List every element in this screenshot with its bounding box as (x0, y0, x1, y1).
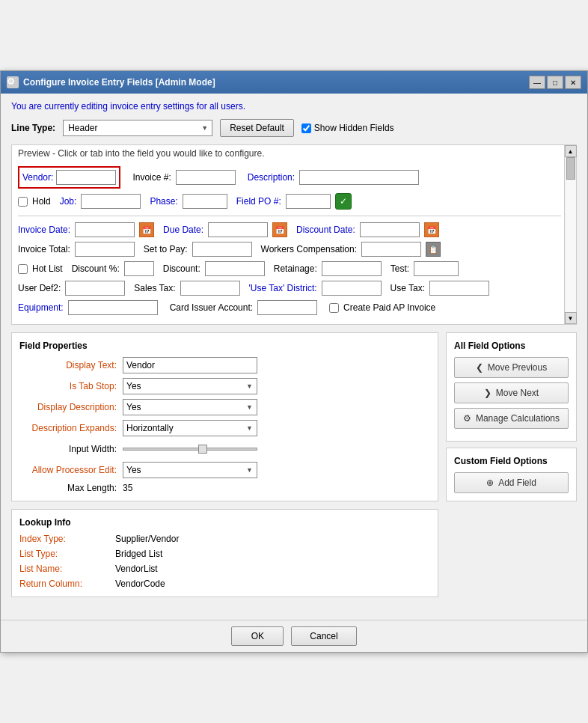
max-length-label: Max Length: (19, 483, 117, 493)
title-bar: ⚙ Configure Invoice Entry Fields [Admin … (1, 71, 587, 94)
due-date-input[interactable] (208, 222, 268, 237)
description-label: Description: (248, 172, 295, 183)
add-field-button[interactable]: ⊕ Add Field (454, 472, 569, 493)
test-input[interactable] (414, 261, 459, 276)
allow-processor-edit-select[interactable]: Yes No (123, 462, 257, 478)
input-width-label: Input Width: (19, 444, 117, 454)
lookup-grid: Index Type: Supplier/Vendor List Type: B… (19, 534, 430, 589)
description-expands-select-wrapper: Horizontally Vertically Both (123, 420, 257, 436)
line-type-select-wrapper: Header Line Item Footer (63, 120, 212, 136)
close-button[interactable]: ✕ (565, 76, 581, 89)
preview-row-1: Vendor: Invoice #: Description: (18, 166, 561, 189)
retainage-label: Retainage: (274, 263, 317, 274)
line-type-select[interactable]: Header Line Item Footer (63, 120, 212, 136)
workers-comp-label: Workers Compensation: (261, 244, 358, 254)
hot-list-checkbox[interactable] (18, 264, 28, 274)
sales-tax-input[interactable] (180, 281, 240, 296)
display-description-select[interactable]: Yes No (123, 399, 257, 415)
show-hidden-fields-checkbox[interactable] (301, 123, 311, 133)
vendor-label: Vendor: (22, 172, 53, 183)
use-tax-district-label: 'Use Tax' District: (249, 283, 317, 293)
preview-content: Vendor: Invoice #: Description: Hold Job… (12, 162, 576, 324)
reset-default-button[interactable]: Reset Default (220, 119, 294, 137)
use-tax-district-input[interactable] (322, 281, 382, 296)
scroll-down-arrow[interactable]: ▼ (565, 312, 577, 324)
move-previous-label: Move Previous (488, 362, 547, 373)
props-grid: Display Text: Is Tab Stop: Yes No Displa… (19, 357, 430, 493)
list-type-label: List Type: (19, 549, 109, 559)
move-next-label: Move Next (496, 388, 539, 398)
card-issuer-label: Card Issuer Account: (170, 302, 253, 313)
hold-checkbox[interactable] (18, 197, 28, 207)
description-input[interactable] (299, 170, 419, 185)
display-text-input[interactable] (123, 357, 257, 373)
use-tax-input[interactable] (429, 281, 489, 296)
invoice-total-label: Invoice Total: (18, 244, 70, 254)
equipment-label: Equipment: (18, 302, 64, 313)
discount-pct-input[interactable] (124, 261, 154, 276)
custom-field-options-title: Custom Field Options (454, 456, 569, 466)
discount-date-calendar-button[interactable]: 📅 (424, 222, 439, 237)
workers-comp-input[interactable] (361, 242, 421, 257)
equipment-input[interactable] (68, 300, 158, 315)
due-date-label: Due Date: (163, 225, 203, 235)
invoice-total-input[interactable] (75, 242, 135, 257)
preview-scrollbar[interactable]: ▲ ▼ (564, 145, 576, 324)
vendor-input[interactable] (56, 170, 116, 185)
custom-field-options-section: Custom Field Options ⊕ Add Field (446, 448, 577, 501)
allow-processor-edit-wrapper: Yes No (123, 462, 257, 478)
discount-label: Discount: (163, 263, 200, 274)
index-type-value: Supplier/Vendor (115, 534, 430, 544)
all-field-options-section: All Field Options ❮ Move Previous ❯ Move… (446, 332, 577, 442)
footer: OK Cancel (1, 620, 587, 652)
input-width-slider[interactable] (123, 448, 257, 451)
ok-button[interactable]: OK (231, 626, 284, 646)
cancel-button[interactable]: Cancel (291, 626, 356, 646)
retainage-input[interactable] (322, 261, 382, 276)
create-paid-ap-checkbox[interactable] (329, 303, 339, 313)
user-def2-input[interactable] (65, 281, 125, 296)
description-expands-label: Description Expands: (19, 423, 117, 433)
discount-input[interactable] (205, 261, 265, 276)
preview-section: Preview - Click or tab into the field yo… (11, 144, 577, 325)
lookup-info-section: Lookup Info Index Type: Supplier/Vendor … (11, 509, 438, 597)
set-to-pay-input[interactable] (192, 242, 252, 257)
card-issuer-input[interactable] (257, 300, 317, 315)
manage-calculations-button[interactable]: ⚙ Manage Calculations (454, 408, 569, 429)
maximize-button[interactable]: □ (547, 76, 563, 89)
manage-calculations-label: Manage Calculations (476, 413, 560, 424)
title-controls: — □ ✕ (529, 76, 581, 89)
due-date-calendar-button[interactable]: 📅 (272, 222, 287, 237)
description-expands-select[interactable]: Horizontally Vertically Both (123, 420, 257, 436)
is-tab-stop-select[interactable]: Yes No (123, 378, 257, 394)
app-icon: ⚙ (7, 76, 19, 88)
job-input[interactable] (81, 194, 141, 209)
discount-date-input[interactable] (360, 222, 420, 237)
title-bar-left: ⚙ Configure Invoice Entry Fields [Admin … (7, 76, 215, 88)
workers-comp-clip-button[interactable]: 📋 (426, 242, 441, 257)
two-panel: Field Properties Display Text: Is Tab St… (11, 332, 577, 605)
create-paid-ap-label: Create Paid AP Invoice (343, 302, 435, 313)
move-next-button[interactable]: ❯ Move Next (454, 382, 569, 403)
show-hidden-fields-label: Show Hidden Fields (314, 123, 394, 133)
invoice-date-calendar-button[interactable]: 📅 (139, 222, 154, 237)
discount-pct-label: Discount %: (72, 263, 120, 274)
invoice-hash-input[interactable] (176, 170, 236, 185)
preview-header: Preview - Click or tab into the field yo… (12, 145, 576, 162)
scroll-up-arrow[interactable]: ▲ (565, 145, 577, 157)
move-previous-button[interactable]: ❮ Move Previous (454, 357, 569, 378)
test-label: Test: (391, 263, 409, 274)
hot-list-label: Hot List (32, 263, 63, 274)
field-po-check-button[interactable]: ✓ (335, 193, 352, 210)
line-type-label: Line Type: (11, 123, 55, 133)
preview-row-5: Hot List Discount %: Discount: Retainage… (18, 261, 561, 276)
job-label: Job: (60, 196, 77, 207)
invoice-date-input[interactable] (75, 222, 135, 237)
scroll-thumb[interactable] (566, 157, 575, 180)
field-po-input[interactable] (286, 194, 331, 209)
preview-label: Preview - Click or tab into the field yo… (18, 148, 265, 159)
phase-input[interactable] (183, 194, 227, 209)
field-po-label: Field PO #: (236, 196, 281, 207)
vendor-field-highlight: Vendor: (18, 166, 120, 189)
minimize-button[interactable]: — (529, 76, 545, 89)
